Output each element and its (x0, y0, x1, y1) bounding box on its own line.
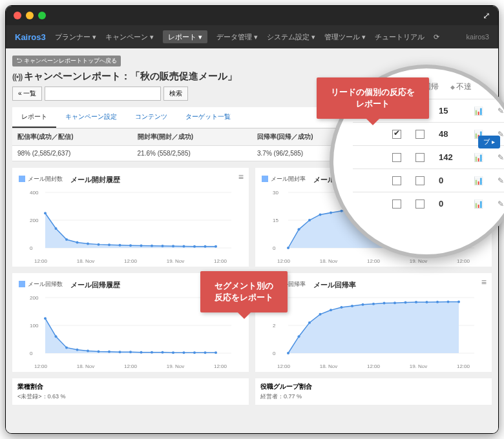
back-link[interactable]: ⮌ キャンペーンレポートトップへ戻る (12, 56, 121, 66)
tab-3[interactable]: ターゲット一覧 (176, 107, 240, 128)
nav-item-6[interactable]: チュートリアル (375, 33, 425, 41)
svg-point-91 (457, 300, 460, 303)
tab-0[interactable]: レポート (12, 107, 56, 128)
svg-point-88 (426, 301, 428, 303)
search-button[interactable]: 検索 (163, 87, 188, 101)
svg-point-87 (415, 301, 417, 303)
checkbox-icon[interactable] (392, 153, 401, 162)
svg-point-62 (151, 351, 153, 354)
edit-icon[interactable]: ✎ (498, 153, 504, 162)
score-value: 48 (439, 129, 459, 139)
edit-icon[interactable]: ✎ (498, 199, 504, 209)
blue-pill-button[interactable]: ブ ▸ (478, 136, 500, 148)
bottom-card-0: 業種割合<未登録>：0.63 % (12, 378, 249, 405)
chart-menu-icon[interactable]: ≡ (238, 172, 244, 182)
svg-point-79 (330, 309, 332, 311)
user-label[interactable]: kairos3 (467, 33, 489, 41)
svg-point-8 (65, 238, 68, 241)
svg-point-57 (98, 350, 100, 352)
bar-chart-icon[interactable]: 📊 (474, 107, 483, 116)
bar-chart-icon[interactable]: 📊 (474, 153, 483, 162)
maximize-icon[interactable] (38, 12, 46, 19)
nav-item-4[interactable]: システム設定 ▾ (267, 33, 315, 41)
checkbox-icon[interactable] (415, 130, 425, 139)
svg-point-84 (383, 302, 386, 305)
svg-point-9 (76, 241, 79, 243)
svg-point-90 (447, 300, 450, 303)
svg-point-80 (341, 306, 343, 309)
callout-lead-response: リードの個別の反応を レポート (317, 77, 429, 119)
svg-point-63 (162, 351, 164, 354)
chart-title: メール回帰率 (313, 280, 356, 290)
svg-point-55 (76, 349, 79, 351)
svg-point-85 (394, 301, 396, 304)
nav-item-2[interactable]: レポート ▾ (163, 30, 207, 43)
brand-logo[interactable]: Kairos3 (15, 32, 46, 42)
svg-point-61 (140, 351, 143, 354)
chart-card-3: メール回帰率 メール回帰率 ≡ 024 12:0018. Nov12:0019.… (255, 273, 492, 372)
checkbox-icon[interactable] (415, 153, 425, 162)
svg-point-22 (215, 245, 217, 248)
minimize-icon[interactable] (26, 12, 34, 19)
svg-point-89 (436, 301, 439, 303)
nav-item-0[interactable]: プランナー ▾ (55, 33, 96, 41)
close-icon[interactable] (14, 12, 21, 19)
mag-row: 0 📊 ✎ (353, 192, 504, 215)
svg-point-58 (108, 351, 110, 353)
checkbox-icon[interactable] (415, 199, 425, 209)
score-value: 0 (439, 199, 459, 209)
chart-title: メール回帰履歴 (70, 280, 120, 290)
edit-icon[interactable]: ✎ (498, 176, 504, 185)
svg-point-18 (172, 245, 174, 247)
search-input[interactable] (45, 87, 161, 101)
svg-point-64 (172, 351, 174, 354)
tab-1[interactable]: キャンペーン設定 (56, 107, 126, 128)
titlebar: ⤢ (6, 6, 498, 25)
svg-point-77 (308, 322, 311, 324)
chart-menu-icon[interactable]: ≡ (481, 277, 487, 287)
mag-row: 142 📊 ✎ (353, 145, 504, 168)
window-controls[interactable] (14, 12, 46, 19)
svg-point-29 (287, 247, 289, 249)
tab-2[interactable]: コンテンツ (126, 107, 176, 128)
svg-text:2: 2 (273, 323, 276, 329)
svg-point-53 (55, 335, 58, 338)
bar-chart-icon[interactable]: 📊 (474, 199, 483, 209)
svg-point-52 (44, 317, 47, 320)
checkbox-icon[interactable] (392, 199, 401, 209)
expand-icon[interactable]: ⤢ (483, 10, 490, 21)
legend-chip: メール回帰数 (19, 280, 63, 289)
edit-icon[interactable]: ✎ (498, 107, 504, 116)
svg-point-65 (183, 351, 185, 354)
svg-point-13 (119, 244, 121, 247)
top-nav: Kairos3 プランナー ▾キャンペーン ▾レポート ▾データ管理 ▾システム… (6, 25, 498, 48)
svg-text:0: 0 (273, 351, 276, 356)
svg-text:100: 100 (30, 323, 39, 329)
score-value: 0 (439, 176, 459, 185)
svg-text:0: 0 (30, 351, 33, 356)
svg-point-31 (308, 219, 311, 221)
bar-chart-icon[interactable]: 📊 (474, 176, 483, 185)
svg-point-12 (108, 243, 110, 246)
nav-item-3[interactable]: データ管理 ▾ (216, 33, 258, 41)
svg-point-19 (183, 245, 185, 247)
checkbox-icon[interactable] (392, 130, 401, 139)
mag-row: 0 📊 ✎ (353, 168, 504, 192)
list-button[interactable]: « 一覧 (12, 87, 42, 101)
svg-point-83 (372, 303, 375, 305)
svg-point-82 (362, 303, 364, 306)
nav-item-7[interactable]: ⟳ (434, 33, 439, 41)
svg-point-66 (193, 351, 196, 354)
score-value: 142 (439, 152, 459, 162)
svg-text:0: 0 (30, 245, 33, 251)
checkbox-icon[interactable] (415, 176, 425, 185)
svg-text:30: 30 (273, 190, 278, 196)
nav-item-5[interactable]: 管理ツール ▾ (324, 33, 366, 41)
checkbox-icon[interactable] (392, 176, 401, 185)
legend-chip: メール開封数 (19, 175, 63, 183)
svg-point-11 (98, 243, 100, 246)
nav-item-1[interactable]: キャンペーン ▾ (105, 33, 154, 41)
svg-point-76 (298, 335, 300, 338)
svg-point-67 (204, 351, 207, 354)
svg-point-17 (162, 245, 164, 247)
